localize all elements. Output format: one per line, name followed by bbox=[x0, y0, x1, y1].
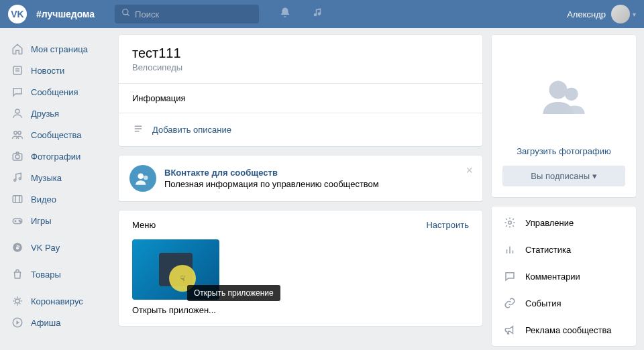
nav-label: Игры bbox=[31, 216, 52, 226]
upload-photo-link[interactable]: Загрузить фотографию bbox=[502, 146, 625, 156]
admin-avatar-icon bbox=[129, 165, 156, 192]
close-icon[interactable]: × bbox=[466, 164, 473, 178]
right-column: Загрузить фотографию Вы подписаны ▾ Упра… bbox=[492, 35, 636, 350]
svg-point-5 bbox=[15, 109, 19, 113]
main-area: тест111 Велосипеды Информация Добавить о… bbox=[111, 35, 644, 350]
app-tooltip: Открыть приложение bbox=[187, 285, 280, 301]
nav-goods[interactable]: Товары bbox=[7, 264, 111, 285]
nav-label: VK Pay bbox=[31, 243, 60, 253]
svg-text:₽: ₽ bbox=[16, 245, 19, 251]
msg-icon bbox=[11, 85, 24, 99]
bell-icon[interactable] bbox=[279, 7, 291, 21]
manage-item-comments[interactable]: Комментарии bbox=[492, 263, 636, 290]
comment-icon bbox=[502, 269, 517, 284]
svg-line-1 bbox=[127, 14, 129, 16]
video-icon bbox=[11, 192, 24, 206]
menu-card: Меню Настроить ☟ Открыть приложение Откр… bbox=[119, 211, 482, 326]
nav-photos[interactable]: Фотографии bbox=[7, 145, 111, 167]
manage-item-ads[interactable]: Реклама сообщества bbox=[492, 316, 636, 343]
nav-communities[interactable]: Сообщества bbox=[7, 124, 111, 145]
svg-point-7 bbox=[18, 131, 21, 135]
manage-item-control[interactable]: Управление bbox=[492, 209, 636, 236]
virus-icon bbox=[11, 294, 24, 308]
search-input[interactable] bbox=[135, 9, 252, 19]
manage-label: Управление bbox=[525, 218, 574, 228]
manage-item-stats[interactable]: Статистика bbox=[492, 236, 636, 263]
nav-label: Друзья bbox=[31, 109, 59, 119]
nav-afisha[interactable]: Афиша bbox=[7, 312, 111, 333]
center-column: тест111 Велосипеды Информация Добавить о… bbox=[119, 35, 482, 350]
nav-music[interactable]: Музыка bbox=[7, 167, 111, 188]
svg-point-6 bbox=[14, 131, 17, 135]
vkpay-icon: ₽ bbox=[11, 241, 24, 254]
hashtag-link[interactable]: #лучшедома bbox=[36, 9, 95, 19]
nav-news[interactable]: Новости bbox=[7, 60, 111, 81]
svg-line-29 bbox=[15, 303, 16, 304]
nav-my-page[interactable]: Моя страница bbox=[7, 38, 111, 60]
chevron-down-icon: ▾ bbox=[592, 171, 597, 181]
svg-point-36 bbox=[144, 176, 148, 180]
svg-point-35 bbox=[138, 173, 144, 179]
friends-icon bbox=[11, 107, 24, 120]
camera-icon bbox=[11, 150, 24, 163]
search-box[interactable] bbox=[115, 5, 259, 23]
nav-label: Музыка bbox=[31, 173, 62, 183]
menu-label: Меню bbox=[132, 220, 156, 230]
nav-label: Афиша bbox=[31, 318, 60, 328]
megaphone-icon bbox=[502, 323, 517, 337]
group-info-card: тест111 Велосипеды Информация Добавить о… bbox=[119, 35, 482, 146]
app-label[interactable]: Открыть приложен... bbox=[132, 305, 469, 315]
group-title: тест111 bbox=[132, 46, 469, 61]
nav-vkpay[interactable]: ₽VK Pay bbox=[7, 237, 111, 258]
nav-label: Видео bbox=[31, 194, 56, 205]
svg-point-37 bbox=[549, 81, 567, 99]
nav-label: Фотографии bbox=[31, 152, 80, 162]
admin-tip-title[interactable]: ВКонтакте для сообществ bbox=[164, 168, 379, 178]
gear-icon bbox=[502, 215, 517, 230]
svg-point-0 bbox=[123, 9, 128, 15]
nav-games[interactable]: Игры bbox=[7, 210, 111, 231]
search-icon bbox=[121, 8, 131, 20]
nav-messages[interactable]: Сообщения bbox=[7, 81, 111, 103]
menu-configure-link[interactable]: Настроить bbox=[426, 220, 469, 230]
manage-item-events[interactable]: События bbox=[492, 290, 636, 316]
layout: Моя страница Новости Сообщения Друзья Со… bbox=[0, 28, 644, 350]
nav-label: Моя страница bbox=[31, 44, 88, 54]
svg-point-22 bbox=[15, 299, 19, 303]
photo-card: Загрузить фотографию Вы подписаны ▾ bbox=[492, 35, 636, 197]
manage-card: Управление Статистика Комментарии Событи… bbox=[492, 207, 636, 346]
username-label[interactable]: Алексндр bbox=[567, 9, 606, 19]
nav-friends[interactable]: Друзья bbox=[7, 103, 111, 124]
music-icon[interactable] bbox=[311, 7, 323, 21]
svg-point-39 bbox=[508, 221, 512, 225]
svg-point-9 bbox=[15, 155, 19, 159]
link-icon bbox=[502, 296, 517, 310]
admin-tip-card: ВКонтакте для сообществ Полезная информа… bbox=[119, 156, 482, 201]
svg-line-27 bbox=[15, 298, 16, 300]
group-subtitle: Велосипеды bbox=[132, 62, 469, 72]
svg-point-10 bbox=[14, 179, 16, 181]
svg-point-19 bbox=[20, 221, 21, 223]
lines-icon bbox=[132, 123, 144, 137]
add-description-row[interactable]: Добавить описание bbox=[119, 113, 482, 146]
home-icon bbox=[11, 42, 24, 56]
nav-label: Сообщения bbox=[31, 87, 78, 97]
sidebar: Моя страница Новости Сообщения Друзья Со… bbox=[0, 35, 111, 350]
top-header: VK #лучшедома Алексндр ▾ bbox=[0, 0, 644, 28]
svg-rect-12 bbox=[13, 196, 22, 203]
nav-corona[interactable]: Коронавирус bbox=[7, 290, 111, 312]
vk-logo[interactable]: VK bbox=[8, 5, 27, 23]
chevron-down-icon[interactable]: ▾ bbox=[633, 11, 636, 18]
subscribed-button[interactable]: Вы подписаны ▾ bbox=[502, 166, 625, 186]
nav-label: Новости bbox=[31, 66, 64, 76]
avatar[interactable] bbox=[611, 5, 630, 23]
gamepad-icon bbox=[11, 214, 24, 227]
title-block: тест111 Велосипеды bbox=[119, 35, 482, 84]
info-header: Информация bbox=[119, 84, 482, 113]
add-description-label: Добавить описание bbox=[152, 125, 231, 135]
svg-point-38 bbox=[564, 87, 578, 101]
bag-icon bbox=[11, 268, 24, 281]
nav-video[interactable]: Видео bbox=[7, 188, 111, 210]
music-note-icon bbox=[11, 171, 24, 184]
pointer-icon: ☟ bbox=[180, 274, 185, 283]
